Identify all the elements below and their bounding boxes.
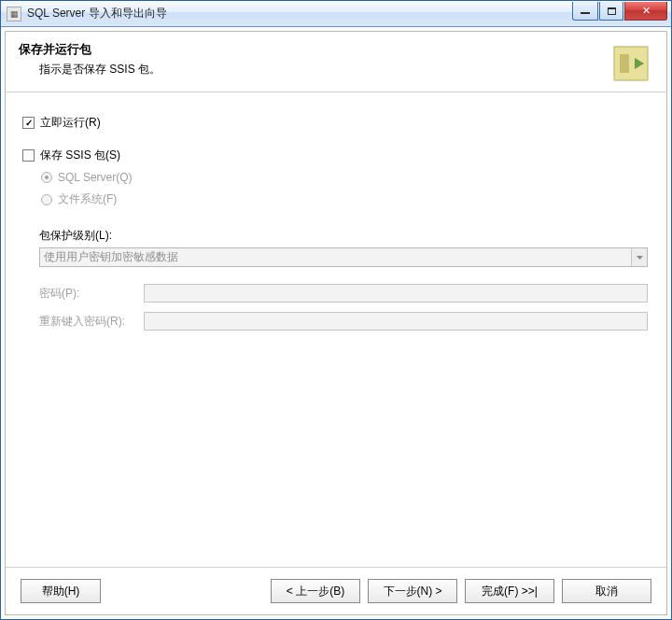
window-controls: ✕ <box>571 2 667 21</box>
maximize-button[interactable] <box>599 2 623 21</box>
inner-border: 保存并运行包 指示是否保存 SSIS 包。 立即运行(R) <box>5 31 667 615</box>
save-ssis-checkbox[interactable] <box>22 149 35 162</box>
content-outer: 保存并运行包 指示是否保存 SSIS 包。 立即运行(R) <box>1 27 671 619</box>
file-system-row: 文件系统(F) <box>41 191 650 207</box>
dropdown-button <box>631 248 647 266</box>
protection-selected: 使用用户密钥加密敏感数据 <box>44 249 631 265</box>
package-icon <box>609 41 653 86</box>
protection-dropdown: 使用用户密钥加密敏感数据 <box>39 247 648 267</box>
header-texts: 保存并运行包 指示是否保存 SSIS 包。 <box>19 41 601 78</box>
protection-label: 包保护级别(L): <box>39 228 650 244</box>
password-row: 密码(P): <box>39 284 650 303</box>
sql-server-radio <box>41 172 52 183</box>
footer: 帮助(H) < 上一步(B) 下一步(N) > 完成(F) >>| 取消 <box>6 568 666 614</box>
wizard-window: ▦ SQL Server 导入和导出向导 ✕ 保存并运行包 指示是否保存 SSI… <box>0 0 672 620</box>
password-input <box>144 284 648 303</box>
retype-password-input <box>144 312 648 331</box>
close-button[interactable]: ✕ <box>624 2 667 21</box>
run-now-checkbox[interactable] <box>22 117 35 129</box>
save-ssis-row[interactable]: 保存 SSIS 包(S) <box>22 148 650 163</box>
body-panel: 立即运行(R) 保存 SSIS 包(S) SQL Server(Q) 文件系统(… <box>6 92 666 567</box>
chevron-down-icon <box>637 256 643 260</box>
titlebar: ▦ SQL Server 导入和导出向导 ✕ <box>1 1 671 27</box>
run-now-row[interactable]: 立即运行(R) <box>22 115 650 131</box>
retype-password-label: 重新键入密码(R): <box>39 314 144 330</box>
finish-button[interactable]: 完成(F) >>| <box>465 579 554 603</box>
footer-left: 帮助(H) <box>21 579 101 603</box>
svg-rect-1 <box>620 54 629 73</box>
file-system-radio <box>41 194 52 205</box>
next-button[interactable]: 下一步(N) > <box>368 579 457 603</box>
run-now-label: 立即运行(R) <box>40 115 101 131</box>
back-button[interactable]: < 上一步(B) <box>271 579 360 603</box>
password-label: 密码(P): <box>39 286 144 302</box>
header-panel: 保存并运行包 指示是否保存 SSIS 包。 <box>6 32 666 92</box>
page-title: 保存并运行包 <box>19 41 601 58</box>
help-button[interactable]: 帮助(H) <box>21 579 101 603</box>
retype-password-row: 重新键入密码(R): <box>39 312 650 331</box>
save-ssis-label: 保存 SSIS 包(S) <box>40 148 120 163</box>
minimize-button[interactable] <box>572 2 598 21</box>
app-icon: ▦ <box>7 7 21 21</box>
sql-server-row: SQL Server(Q) <box>41 171 650 184</box>
page-subtitle: 指示是否保存 SSIS 包。 <box>39 62 601 78</box>
cancel-button[interactable]: 取消 <box>562 579 651 603</box>
sql-server-label: SQL Server(Q) <box>58 171 133 184</box>
window-title: SQL Server 导入和导出向导 <box>27 6 167 21</box>
file-system-label: 文件系统(F) <box>58 191 117 207</box>
